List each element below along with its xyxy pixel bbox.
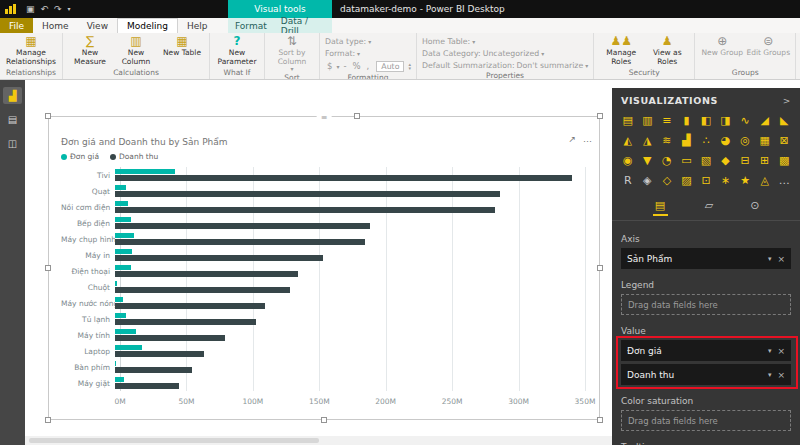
legend-item-doanh-thu[interactable]: Doanh thu bbox=[110, 152, 158, 161]
remove-field-icon[interactable]: × bbox=[777, 370, 785, 380]
new-parameter-button[interactable]: ? New Parameter bbox=[215, 35, 259, 66]
color-saturation-drop-placeholder[interactable]: Drag data fields here bbox=[621, 410, 791, 431]
donut-chart-icon[interactable]: ◎ bbox=[736, 131, 754, 150]
field-pill-san-pham[interactable]: Sản Phẩm▾× bbox=[621, 248, 791, 269]
tab-home[interactable]: Home bbox=[33, 18, 78, 33]
waterfall-chart-icon[interactable]: ▟ bbox=[678, 131, 696, 150]
don-gia-bar[interactable] bbox=[115, 265, 131, 270]
custom-visual-2-icon[interactable]: ▨ bbox=[678, 171, 696, 190]
ribbon-chart-icon[interactable]: ≋ bbox=[658, 131, 676, 150]
undo-icon[interactable]: ↶ bbox=[41, 0, 49, 18]
fields-tab[interactable]: ▤ bbox=[653, 199, 668, 216]
resize-handle-left[interactable] bbox=[45, 265, 51, 271]
doanh-thu-bar[interactable] bbox=[115, 191, 500, 197]
stacked-bar-chart-icon[interactable]: ▤ bbox=[619, 111, 637, 130]
resize-handle-bottom-left[interactable] bbox=[45, 417, 51, 423]
doanh-thu-bar[interactable] bbox=[115, 239, 365, 245]
legend-item-don-gia[interactable]: Đơn giá bbox=[61, 152, 99, 161]
filled-map-icon[interactable]: ◉ bbox=[619, 151, 637, 170]
quick-access-caret-icon[interactable]: ▾ bbox=[68, 0, 71, 18]
don-gia-bar[interactable] bbox=[115, 345, 142, 350]
new-measure-button[interactable]: ∑ New Measure bbox=[68, 35, 112, 66]
canvas-horizontal-scrollbar[interactable] bbox=[25, 436, 612, 445]
stacked-area-chart-icon[interactable]: ◣ bbox=[775, 111, 793, 130]
doanh-thu-bar[interactable] bbox=[115, 287, 290, 293]
gauge-icon[interactable]: ◔ bbox=[658, 151, 676, 170]
field-dropdown-caret-icon[interactable]: ▾ bbox=[768, 255, 772, 263]
doanh-thu-bar[interactable] bbox=[115, 223, 370, 229]
file-tab[interactable]: File bbox=[0, 18, 33, 33]
don-gia-bar[interactable] bbox=[115, 185, 126, 190]
new-column-button[interactable]: ▥ New Column bbox=[114, 35, 158, 66]
collapse-panel-icon[interactable]: > bbox=[783, 96, 791, 106]
custom-visual-5-icon[interactable]: ★ bbox=[736, 171, 754, 190]
custom-visual-4-icon[interactable]: ∗ bbox=[717, 171, 735, 190]
redo-icon[interactable]: ↷ bbox=[54, 0, 62, 18]
manage-roles-button[interactable]: ♟♟ Manage Roles bbox=[599, 35, 643, 66]
model-view-button[interactable]: ◫ bbox=[3, 135, 22, 152]
resize-handle-bottom-right[interactable] bbox=[597, 417, 603, 423]
don-gia-bar[interactable] bbox=[115, 361, 116, 366]
scatter-chart-icon[interactable]: ∴ bbox=[697, 131, 715, 150]
focus-mode-icon[interactable]: ↗ bbox=[568, 135, 576, 144]
doanh-thu-bar[interactable] bbox=[115, 175, 572, 181]
line-stacked-column-chart-icon[interactable]: ◭ bbox=[619, 131, 637, 150]
field-pill-don-gia[interactable]: Đơn giá▾× bbox=[621, 340, 791, 361]
field-dropdown-caret-icon[interactable]: ▾ bbox=[768, 371, 772, 379]
manage-relationships-button[interactable]: ▦ Manage Relationships bbox=[5, 35, 57, 66]
doanh-thu-bar[interactable] bbox=[115, 351, 204, 357]
slicer-icon[interactable]: ⊟ bbox=[736, 151, 754, 170]
don-gia-bar[interactable] bbox=[115, 233, 134, 238]
doanh-thu-bar[interactable] bbox=[115, 255, 323, 261]
remove-field-icon[interactable]: × bbox=[777, 346, 785, 356]
view-as-roles-button[interactable]: ♟ View as Roles bbox=[645, 35, 689, 66]
funnel-icon[interactable]: ▼ bbox=[639, 151, 657, 170]
resize-handle-top[interactable] bbox=[354, 113, 360, 119]
tab-view[interactable]: View bbox=[78, 18, 117, 33]
field-pill-doanh-thu[interactable]: Doanh thu▾× bbox=[621, 364, 791, 385]
field-dropdown-caret-icon[interactable]: ▾ bbox=[768, 347, 772, 355]
don-gia-bar[interactable] bbox=[115, 313, 126, 318]
import-custom-visual-icon[interactable]: … bbox=[775, 171, 793, 190]
don-gia-bar[interactable] bbox=[115, 201, 128, 206]
report-view-button[interactable]: ▟ bbox=[3, 87, 22, 104]
custom-visual-1-icon[interactable]: ◇ bbox=[658, 171, 676, 190]
doanh-thu-bar[interactable] bbox=[115, 383, 179, 389]
don-gia-bar[interactable] bbox=[115, 377, 124, 382]
don-gia-bar[interactable] bbox=[115, 329, 136, 334]
custom-visual-6-icon[interactable]: ◬ bbox=[756, 171, 774, 190]
don-gia-bar[interactable] bbox=[115, 249, 132, 254]
100-stacked-column-chart-icon[interactable]: ◨ bbox=[717, 111, 735, 130]
kpi-icon[interactable]: ◆ bbox=[717, 151, 735, 170]
map-icon[interactable]: ⊠ bbox=[775, 131, 793, 150]
100-stacked-bar-chart-icon[interactable]: ◧ bbox=[697, 111, 715, 130]
tab-data-drill[interactable]: Data / Drill bbox=[274, 18, 332, 33]
stacked-column-chart-icon[interactable]: ▥ bbox=[639, 111, 657, 130]
clustered-bar-chart-icon[interactable]: ≡ bbox=[658, 111, 676, 130]
analytics-tab[interactable]: ⊙ bbox=[750, 199, 759, 216]
don-gia-bar[interactable] bbox=[115, 297, 123, 302]
remove-field-icon[interactable]: × bbox=[777, 254, 785, 264]
clustered-column-chart-icon[interactable]: ▮ bbox=[678, 111, 696, 130]
tab-modeling[interactable]: Modeling bbox=[117, 18, 178, 33]
doanh-thu-bar[interactable] bbox=[115, 271, 298, 277]
line-clustered-column-chart-icon[interactable]: ◮ bbox=[639, 131, 657, 150]
scrollbar-thumb[interactable] bbox=[29, 438, 319, 443]
more-options-icon[interactable]: … bbox=[583, 135, 592, 144]
new-table-button[interactable]: ▦ New Table bbox=[160, 35, 204, 58]
don-gia-bar[interactable] bbox=[115, 169, 175, 174]
save-icon[interactable]: ▣ bbox=[26, 0, 35, 18]
arcgis-map-icon[interactable]: ◈ bbox=[639, 171, 657, 190]
tab-help[interactable]: Help bbox=[178, 18, 217, 33]
doanh-thu-bar[interactable] bbox=[115, 207, 495, 213]
card-icon[interactable]: ▭ bbox=[678, 151, 696, 170]
doanh-thu-bar[interactable] bbox=[115, 367, 192, 373]
bar-chart-visual[interactable]: ≡ ↗ … Đơn giá and Doanh thu by Sản Phẩm … bbox=[48, 116, 600, 420]
line-chart-icon[interactable]: ∿ bbox=[736, 111, 754, 130]
custom-visual-3-icon[interactable]: ⊡ bbox=[697, 171, 715, 190]
treemap-icon[interactable]: ▦ bbox=[756, 131, 774, 150]
resize-handle-bottom[interactable] bbox=[321, 417, 327, 423]
legend-drop-placeholder[interactable]: Drag data fields here bbox=[621, 294, 791, 315]
matrix-icon[interactable]: ▩ bbox=[775, 151, 793, 170]
data-view-button[interactable]: ▤ bbox=[3, 111, 22, 128]
